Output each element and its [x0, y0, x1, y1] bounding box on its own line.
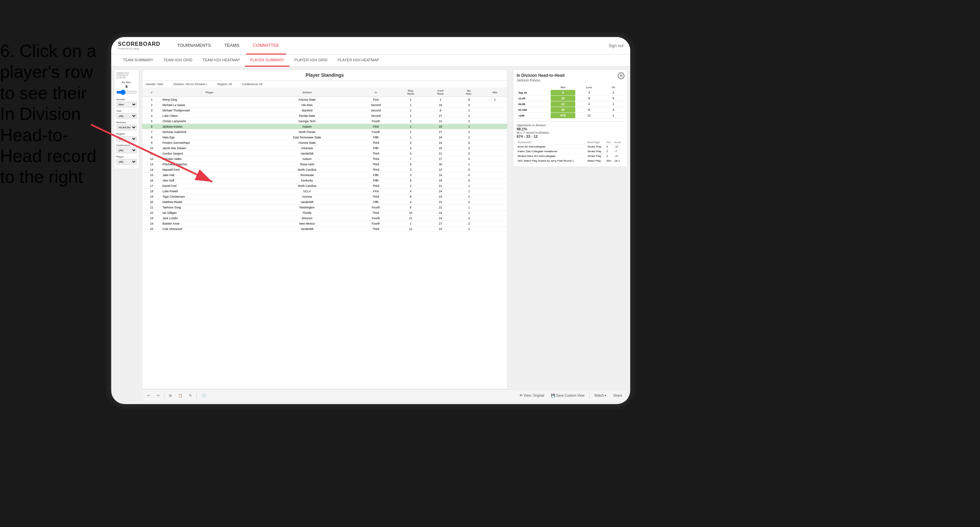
subnav-player-h2h-grid[interactable]: PLAYER H2H GRID [290, 54, 332, 67]
conference-select[interactable]: (All) [116, 148, 137, 153]
gender-select[interactable]: Men [116, 102, 137, 108]
year-label: Year [116, 110, 137, 113]
table-row[interactable]: 10 Jacob Mac Diesen Arkansas Fifth 4 25 … [142, 146, 507, 151]
view-original-button[interactable]: 👁 View: Original [517, 393, 547, 398]
cell-rank: 24 [142, 221, 161, 226]
table-row[interactable]: 23 Jack Lundin Missouri Fourth 11 24 0 [142, 216, 507, 221]
table-row[interactable]: 22 Ian Gilligan Florida Third 10 24 1 [142, 210, 507, 216]
paste-button[interactable]: 📋 [176, 393, 185, 398]
cell-win [483, 199, 507, 205]
table-row[interactable]: 20 Matthew Riedel Vanderbilt Fifth 4 23 … [142, 199, 507, 205]
table-row[interactable]: 7 Nicholas Gabrelcik North Florida Fourt… [142, 129, 507, 135]
cell-school: Ole Miss [258, 102, 356, 108]
h2h-title: In Division Head-to-Head [517, 73, 624, 78]
conference-filter-label: Conference: All [242, 83, 262, 86]
table-row[interactable]: 8 Mats Ege East Tennessee State Fifth 1 … [142, 135, 507, 140]
cell-yr: Fifth [356, 172, 396, 178]
undo-button[interactable]: ↩ [145, 393, 152, 398]
cell-yr: Fourth [356, 216, 396, 221]
h2h-tie: 1 [603, 102, 624, 107]
table-row[interactable]: 15 Jake Hall Tennessee Fifth 3 24 0 [142, 172, 507, 178]
table-row[interactable]: 16 Alex Goff Kentucky Fifth 8 19 0 [142, 178, 507, 183]
t-score: -7 [613, 149, 624, 154]
h2h-close-button[interactable]: ✕ [618, 72, 624, 79]
col-yr: Yr [356, 88, 396, 97]
table-row[interactable]: 25 Cole Sherwood Vanderbilt Third 12 23 … [142, 226, 507, 232]
sign-out-button[interactable]: Sign out [609, 43, 624, 48]
cell-reg: 4 [396, 189, 425, 194]
table-row[interactable]: 1 Wenyi Ding Arizona State First 1 1 8 1 [142, 97, 507, 102]
table-row[interactable]: 2 Michael La Sasse Ole Miss Second 1 18 … [142, 102, 507, 108]
copy-button[interactable]: ⧉ [167, 393, 173, 399]
cell-rank: 16 [142, 178, 161, 183]
refresh-button[interactable]: ↻ [187, 393, 194, 398]
table-row[interactable]: 5 Christo Lamprecht Georgia Tech Fourth … [142, 119, 507, 124]
table-row[interactable]: 19 Tiger Christensen Arizona Third 8 23 … [142, 194, 507, 199]
cell-rds: 2 [455, 129, 483, 135]
watch-button[interactable]: Watch ▾ [592, 393, 609, 398]
col-no-rds: No.Rds. [455, 88, 483, 97]
save-custom-button[interactable]: 💾 Save Custom View [549, 393, 586, 398]
table-row[interactable]: 18 Luke Powell UCLA First 4 24 1 [142, 189, 507, 194]
subnav-player-summary[interactable]: PLAYER SUMMARY [245, 54, 290, 67]
cell-reg: 1 [396, 135, 425, 140]
cell-school: Vanderbilt [258, 199, 356, 205]
h2h-win: 20 [550, 96, 575, 102]
division-filter: Division NCAA Division I [116, 121, 137, 130]
col-reg-rank: Reg.Rank [396, 88, 425, 97]
cell-win [483, 102, 507, 108]
region-select[interactable]: N/A [116, 136, 137, 142]
subnav-team-h2h-heatmap[interactable]: TEAM H2H HEATMAP [197, 54, 245, 67]
table-row[interactable]: 11 Gordon Sargent Vanderbilt Third 4 21 … [142, 151, 507, 156]
cell-player: Wenyi Ding [161, 97, 258, 102]
cell-player: Nicholas Gabrelcik [161, 129, 258, 135]
nav-teams[interactable]: TEAMS [218, 37, 247, 54]
cell-yr: First [356, 124, 396, 129]
nav-committee[interactable]: COMMITTEE [247, 37, 286, 54]
standings-table: # Player School Yr Reg.Rank ConfRank No.… [142, 88, 507, 232]
division-select[interactable]: NCAA Division I [116, 125, 137, 130]
cell-school: Kentucky [258, 178, 356, 183]
gender-label: Gender [116, 98, 137, 101]
t-score: -17 [613, 154, 624, 159]
cell-reg: 10 [396, 210, 425, 216]
h2h-col-win: Win [550, 85, 575, 90]
cell-reg: 7 [396, 156, 425, 162]
subnav-team-summary[interactable]: TEAM SUMMARY [118, 54, 158, 67]
cell-win [483, 226, 507, 232]
nav-tournaments[interactable]: TOURNAMENTS [170, 37, 218, 54]
cell-win [483, 167, 507, 172]
table-row[interactable]: 9 Preston Summerhays Arizona State Third… [142, 140, 507, 146]
tournament-row: Amer Ari Intercollegiate Stroke Play 4 -… [517, 144, 624, 149]
no-rds-slider[interactable] [116, 90, 137, 95]
cell-player: Tiger Christensen [161, 194, 258, 199]
table-row[interactable]: 13 Phichaksn Maichon Texas A&M Third 6 3… [142, 162, 507, 167]
table-row[interactable]: 24 Bastien Amat New Mexico Fourth 1 27 2 [142, 221, 507, 226]
subnav-player-h2h-heatmap[interactable]: PLAYER H2H HEATMAP [332, 54, 384, 67]
cell-player: Luke Powell [161, 189, 258, 194]
sub-nav: TEAM SUMMARY TEAM H2H GRID TEAM H2H HEAT… [111, 54, 630, 67]
cell-school: North Carolina [258, 167, 356, 172]
year-select[interactable]: (All) [116, 113, 137, 119]
subnav-team-h2h-grid[interactable]: TEAM H2H GRID [158, 54, 197, 67]
table-row[interactable]: 4 Luke Claton Florida State Second 1 27 … [142, 113, 507, 119]
table-row[interactable]: 12 Brendan Valles Auburn Third 7 27 0 [142, 156, 507, 162]
redo-button[interactable]: ↪ [155, 393, 161, 398]
table-row[interactable]: 6 Jackson Koivun Auburn First 1 20 1 [142, 124, 507, 129]
division-filter-label: Division: NCAA Division I [173, 83, 207, 86]
table-row[interactable]: 3 Michael Thorbjornsen Stanford Second 1… [142, 108, 507, 113]
clock-button[interactable]: 🕐 [199, 393, 208, 398]
cell-player: Maxwell Ford [161, 167, 258, 172]
cell-school: Vanderbilt [258, 151, 356, 156]
player-select[interactable]: (All) [116, 159, 137, 165]
cell-rank: 21 [142, 205, 161, 210]
table-row[interactable]: 21 Taehoon Song Washington Fourth 6 22 1 [142, 205, 507, 210]
share-button[interactable]: Share [611, 393, 624, 398]
region-filter: Region N/A [116, 132, 137, 142]
cell-conf: 27 [426, 113, 455, 119]
cell-rds: 0 [455, 151, 483, 156]
cell-reg: 3 [396, 140, 425, 146]
col-player: Player [161, 88, 258, 97]
table-row[interactable]: 17 David Ford North Carolina Third 2 21 … [142, 183, 507, 189]
table-row[interactable]: 14 Maxwell Ford North Carolina Third 2 2… [142, 167, 507, 172]
